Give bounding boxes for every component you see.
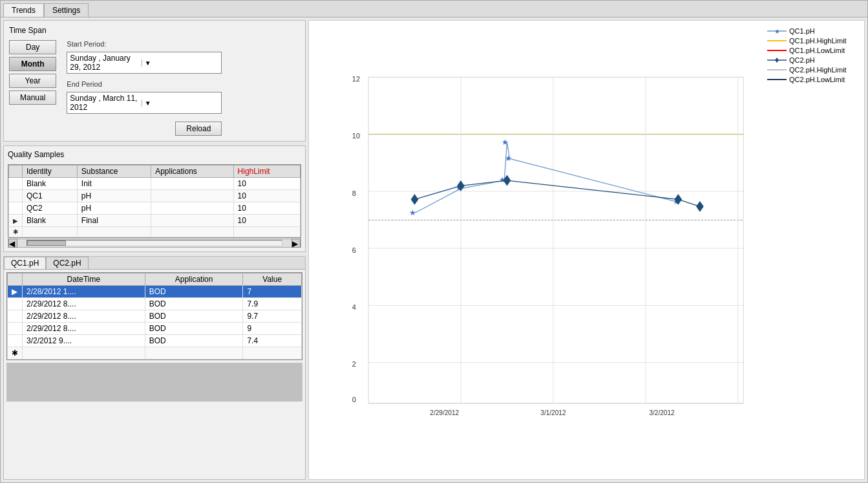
legend-label-qc2ph-low: QC2.pH.LowLimit — [789, 76, 845, 83]
qc-table-row[interactable]: 2/29/2012 8.... BOD 9.7 — [8, 310, 302, 323]
timespan-title: Time Span — [9, 26, 300, 35]
cell-application: BOD — [145, 323, 243, 335]
qc-table-container: DateTime Application Value ▶ 2/28/2012 1… — [6, 272, 302, 360]
row-indicator — [8, 298, 23, 310]
cell-application: BOD — [145, 335, 243, 347]
col-applications: Applications — [151, 166, 233, 178]
legend-item-qc1ph: ★ QC1.pH — [767, 27, 858, 35]
qc-section: QC1.pH QC2.pH DateTime Application Value — [3, 256, 306, 480]
legend-item-qc2ph-high: QC2.pH.HighLimit — [767, 66, 858, 74]
cell-highlimit: 10 — [233, 202, 300, 215]
cell-value: 7 — [243, 286, 302, 298]
tab-trends[interactable]: Trends — [3, 3, 44, 17]
month-button[interactable]: Month — [9, 57, 56, 71]
cell-datetime: 2/28/2012 1.... — [23, 286, 145, 298]
svg-text:★: ★ — [505, 154, 512, 162]
start-date-value: Sunday , January 29, 2012 — [70, 54, 142, 72]
tab-bar: Trends Settings — [1, 1, 867, 17]
svg-text:0: 0 — [352, 396, 356, 403]
svg-text:★: ★ — [502, 138, 509, 146]
svg-text:4: 4 — [352, 303, 356, 311]
col-indicator — [9, 166, 23, 178]
chart-plot: 12 10 8 6 4 2 0 — [309, 21, 761, 479]
row-indicator-arrow: ▶ — [9, 215, 23, 227]
cell-substance: Final — [77, 215, 151, 227]
qc-table-row[interactable]: ▶ 2/28/2012 1.... BOD 7 — [8, 286, 302, 298]
cell-datetime: 2/29/2012 8.... — [23, 310, 145, 323]
cell-application: BOD — [145, 310, 243, 323]
scroll-left-btn[interactable]: ◀ — [8, 239, 17, 248]
cell-substance: pH — [77, 202, 151, 215]
start-date-picker-btn[interactable]: ▼ — [142, 59, 219, 67]
qc1-ph-tab[interactable]: QC1.pH — [4, 257, 46, 269]
end-date-picker-btn[interactable]: ▼ — [142, 100, 219, 107]
legend-label-qc2ph-high: QC2.pH.HighLimit — [789, 66, 847, 74]
legend-label-qc1ph-high: QC1.pH.HighLimit — [789, 37, 847, 45]
svg-text:★: ★ — [774, 28, 780, 35]
col-substance: Substance — [77, 166, 151, 178]
table-row[interactable]: Blank Init 10 — [9, 178, 301, 190]
legend-label-qc1ph-low: QC1.pH.LowLimit — [789, 47, 845, 54]
svg-text:12: 12 — [352, 75, 360, 83]
col-datetime: DateTime — [23, 274, 145, 286]
svg-text:10: 10 — [352, 132, 360, 140]
row-indicator — [9, 178, 23, 190]
qc-table-row[interactable]: 2/29/2012 8.... BOD 9 — [8, 323, 302, 335]
qc-new-row[interactable]: ✱ — [8, 347, 302, 360]
scroll-thumb[interactable] — [27, 241, 66, 246]
row-indicator — [8, 335, 23, 347]
col-indicator — [8, 274, 23, 286]
col-value: Value — [243, 274, 302, 286]
qc2-ph-tab[interactable]: QC2.pH — [46, 257, 88, 269]
svg-text:8: 8 — [352, 189, 356, 197]
table-row[interactable]: QC1 pH 10 — [9, 190, 301, 202]
timespan-section: Time Span Day Month Year Manual Start Pe… — [3, 20, 306, 142]
qc-table-row[interactable]: 3/2/2012 9.... BOD 7.4 — [8, 335, 302, 347]
cell-highlimit: 10 — [233, 178, 300, 190]
quality-samples-table: Identity Substance Applications HighLimi… — [8, 165, 301, 237]
table-row[interactable]: QC2 pH 10 — [9, 202, 301, 215]
chart-with-legend: 12 10 8 6 4 2 0 — [309, 21, 864, 479]
year-button[interactable]: Year — [9, 74, 56, 88]
cell-substance: Init — [77, 178, 151, 190]
qc-table: DateTime Application Value ▶ 2/28/2012 1… — [7, 273, 302, 360]
end-date-field[interactable]: Sunday , March 11, 2012 ▼ — [67, 92, 222, 114]
end-date-value: Sunday , March 11, 2012 — [70, 94, 142, 112]
reload-button[interactable]: Reload — [175, 122, 222, 136]
start-period-label: Start Period: — [67, 40, 222, 48]
svg-marker-40 — [775, 58, 779, 63]
quality-samples-title: Quality Samples — [8, 150, 301, 159]
cell-value: 7.9 — [243, 298, 302, 310]
chart-legend: ★ QC1.pH QC1.pH.HighLimit QC1.pH.LowLimi… — [761, 21, 864, 479]
chart-area: 12 10 8 6 4 2 0 — [308, 20, 865, 480]
horizontal-scrollbar[interactable]: ◀ ▶ — [8, 239, 301, 248]
svg-text:3/1/2012: 3/1/2012 — [540, 409, 566, 416]
table-row[interactable]: ▶ Blank Final 10 — [9, 215, 301, 227]
cell-identity: Blank — [23, 215, 78, 227]
tab-settings[interactable]: Settings — [44, 3, 89, 17]
svg-text:★: ★ — [409, 208, 416, 217]
scroll-track — [26, 240, 282, 246]
svg-text:3/2/2012: 3/2/2012 — [649, 409, 675, 416]
cell-highlimit: 10 — [233, 215, 300, 227]
end-period-label: End Period — [67, 80, 222, 88]
col-highlimit: HighLimit — [233, 166, 300, 178]
new-row[interactable]: ✱ — [9, 227, 301, 237]
qc-table-row[interactable]: 2/29/2012 8.... BOD 7.9 — [8, 298, 302, 310]
row-indicator — [9, 202, 23, 215]
svg-text:2/29/2012: 2/29/2012 — [430, 409, 459, 416]
day-button[interactable]: Day — [9, 40, 56, 54]
cell-identity: Blank — [23, 178, 78, 190]
cell-substance: pH — [77, 190, 151, 202]
start-date-field[interactable]: Sunday , January 29, 2012 ▼ — [67, 52, 222, 74]
cell-applications — [151, 215, 233, 227]
cell-applications — [151, 178, 233, 190]
legend-label-qc2ph: QC2.pH — [789, 56, 815, 64]
quality-samples-table-container: Identity Substance Applications HighLimi… — [8, 164, 301, 238]
cell-value: 9 — [243, 323, 302, 335]
manual-button[interactable]: Manual — [9, 91, 56, 105]
row-indicator — [9, 190, 23, 202]
cell-datetime: 2/29/2012 8.... — [23, 323, 145, 335]
scroll-right-btn[interactable]: ▶ — [291, 239, 301, 248]
col-identity: Identity — [23, 166, 78, 178]
